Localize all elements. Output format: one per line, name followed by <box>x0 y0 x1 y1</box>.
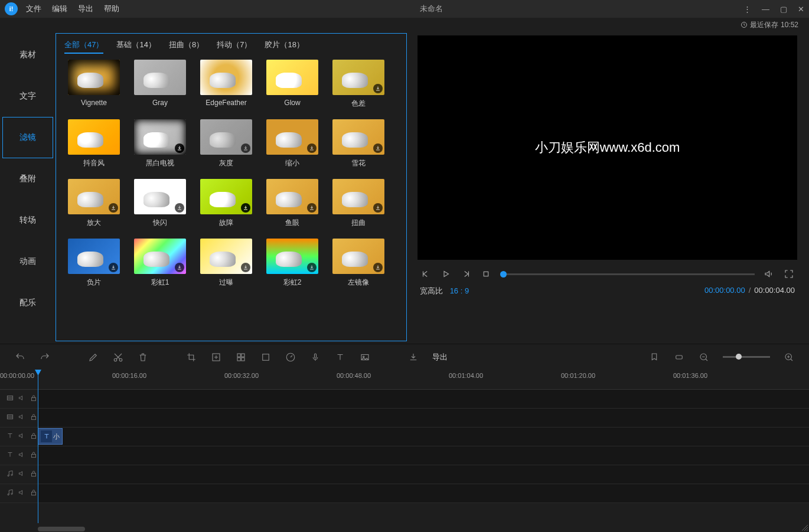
delete-icon[interactable] <box>137 351 149 363</box>
sidebar-item-2[interactable]: 滤镜 <box>2 117 53 158</box>
filter-雪花[interactable]: 雪花 <box>329 119 388 168</box>
menu-3[interactable]: 帮助 <box>104 4 119 14</box>
mute-icon[interactable] <box>18 413 26 423</box>
export-icon[interactable] <box>407 351 419 363</box>
download-icon[interactable] <box>241 203 250 213</box>
download-icon[interactable] <box>109 203 118 213</box>
next-frame-button[interactable] <box>460 268 472 280</box>
stop-button[interactable] <box>480 268 492 280</box>
track-0[interactable] <box>0 390 809 409</box>
undo-button[interactable] <box>14 351 26 363</box>
filter-快闪[interactable]: 快闪 <box>131 179 190 228</box>
filter-色差[interactable]: 色差 <box>329 60 388 109</box>
volume-button[interactable] <box>763 268 775 280</box>
frame-icon[interactable] <box>260 351 272 363</box>
aspect-value[interactable]: 16 : 9 <box>450 286 469 295</box>
redo-button[interactable] <box>39 351 51 363</box>
grid-icon[interactable] <box>235 351 247 363</box>
track-4[interactable] <box>0 465 809 484</box>
filter-灰度[interactable]: 灰度 <box>197 119 256 168</box>
download-icon[interactable] <box>373 203 383 213</box>
filter-Gray[interactable]: Gray <box>131 60 190 109</box>
close-button[interactable]: ✕ <box>798 5 804 14</box>
filter-左镜像[interactable]: 左镜像 <box>329 239 388 288</box>
download-icon[interactable] <box>373 143 383 153</box>
marker-icon[interactable] <box>648 351 660 363</box>
filter-彩虹1[interactable]: 彩虹1 <box>131 239 190 288</box>
zoom-slider[interactable] <box>723 356 770 358</box>
mute-icon[interactable] <box>18 451 26 461</box>
download-icon[interactable] <box>307 203 317 213</box>
mute-icon[interactable] <box>18 469 26 479</box>
prev-frame-button[interactable] <box>420 268 432 280</box>
fit-icon[interactable] <box>673 351 685 363</box>
track-5[interactable] <box>0 484 809 503</box>
fullscreen-button[interactable] <box>783 268 795 280</box>
download-icon[interactable] <box>307 263 317 272</box>
lock-icon[interactable] <box>30 488 38 498</box>
download-icon[interactable] <box>373 84 383 93</box>
filter-鱼眼[interactable]: 鱼眼 <box>263 179 322 228</box>
filter-过曝[interactable]: 过曝 <box>197 239 256 288</box>
menu-0[interactable]: 文件 <box>26 4 41 14</box>
zoom-in-button[interactable] <box>783 351 795 363</box>
filter-彩虹2[interactable]: 彩虹2 <box>263 239 322 288</box>
menu-1[interactable]: 编辑 <box>52 4 67 14</box>
track-3[interactable] <box>0 446 809 465</box>
track-1[interactable] <box>0 409 809 427</box>
progress-bar[interactable] <box>500 273 755 275</box>
filter-tab-1[interactable]: 基础（14） <box>116 40 155 54</box>
download-icon[interactable] <box>373 263 383 272</box>
lock-icon[interactable] <box>30 413 38 423</box>
download-icon[interactable] <box>175 143 184 153</box>
speed-icon[interactable] <box>285 351 296 363</box>
text-clip[interactable]: 小 <box>38 428 63 445</box>
filter-黑白电视[interactable]: 黑白电视 <box>131 119 190 168</box>
crop-icon[interactable] <box>185 351 197 363</box>
filter-tab-3[interactable]: 抖动（7） <box>217 40 252 54</box>
sidebar-item-0[interactable]: 素材 <box>0 34 56 76</box>
mute-icon[interactable] <box>18 394 26 404</box>
sidebar-item-1[interactable]: 文字 <box>0 76 56 117</box>
lock-icon[interactable] <box>30 469 38 479</box>
download-icon[interactable] <box>109 263 118 272</box>
export-button[interactable]: 导出 <box>432 352 448 363</box>
download-icon[interactable] <box>241 143 250 153</box>
mic-icon[interactable] <box>309 351 321 363</box>
download-icon[interactable] <box>241 263 250 272</box>
filter-Vignette[interactable]: Vignette <box>64 60 123 109</box>
filter-放大[interactable]: 放大 <box>64 179 123 228</box>
filter-tab-4[interactable]: 胶片（18） <box>265 40 304 54</box>
filter-故障[interactable]: 故障 <box>197 179 256 228</box>
mute-icon[interactable] <box>18 432 26 442</box>
filter-扭曲[interactable]: 扭曲 <box>329 179 388 228</box>
filter-缩小[interactable]: 缩小 <box>263 119 322 168</box>
sidebar-item-6[interactable]: 配乐 <box>0 282 56 324</box>
filter-负片[interactable]: 负片 <box>64 239 123 288</box>
cut-icon[interactable] <box>112 351 124 363</box>
text-tool-icon[interactable] <box>334 351 346 363</box>
download-icon[interactable] <box>307 143 317 153</box>
download-icon[interactable] <box>175 263 184 272</box>
sidebar-item-4[interactable]: 转场 <box>0 200 56 241</box>
download-icon[interactable] <box>175 203 184 213</box>
zoom-out-button[interactable] <box>698 351 710 363</box>
playhead[interactable] <box>38 370 38 523</box>
lock-icon[interactable] <box>30 394 38 404</box>
lock-icon[interactable] <box>30 432 38 442</box>
menu-2[interactable]: 导出 <box>78 4 93 14</box>
sidebar-item-5[interactable]: 动画 <box>0 241 56 282</box>
maximize-button[interactable]: ▢ <box>780 5 787 14</box>
filter-tab-0[interactable]: 全部（47） <box>64 40 103 54</box>
add-icon[interactable] <box>210 351 222 363</box>
lock-icon[interactable] <box>30 451 38 461</box>
timeline-ruler[interactable]: 00:00:00.0000:00:16.0000:00:32.0000:00:4… <box>0 370 809 390</box>
more-icon[interactable]: ⋮ <box>743 5 751 14</box>
filter-tab-2[interactable]: 扭曲（8） <box>169 40 204 54</box>
filter-Glow[interactable]: Glow <box>263 60 322 109</box>
image-icon[interactable] <box>359 351 371 363</box>
filter-抖音风[interactable]: 抖音风 <box>64 119 123 168</box>
sidebar-item-3[interactable]: 叠附 <box>0 158 56 200</box>
mute-icon[interactable] <box>18 488 26 498</box>
minimize-button[interactable]: — <box>762 5 769 14</box>
